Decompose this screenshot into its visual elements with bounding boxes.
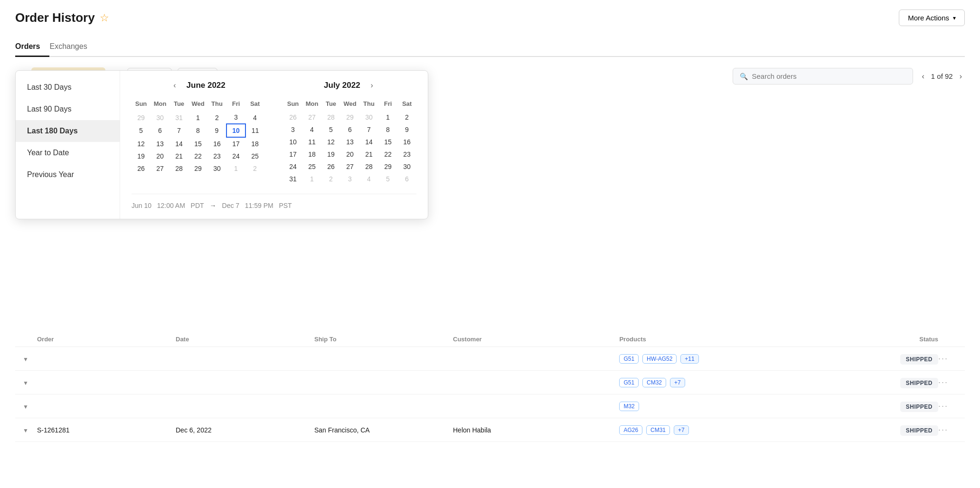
cal-day[interactable]: 24 — [283, 160, 302, 173]
cal-day[interactable]: 31 — [170, 111, 188, 124]
cal-day[interactable]: 30 — [207, 162, 226, 175]
prev-page-button[interactable]: ‹ — [919, 71, 927, 82]
cal-day[interactable]: 23 — [397, 148, 416, 160]
cal-day[interactable]: 6 — [340, 123, 359, 136]
product-badge-more[interactable]: +7 — [670, 378, 685, 387]
cal-day[interactable]: 24 — [226, 150, 245, 162]
cal-day[interactable]: 12 — [321, 136, 340, 148]
cal-day[interactable]: 3 — [226, 111, 245, 124]
cal-day[interactable]: 8 — [378, 123, 397, 136]
cal-day[interactable]: 5 — [321, 123, 340, 136]
cal-day[interactable]: 5 — [378, 173, 397, 185]
cal-day[interactable]: 30 — [151, 111, 170, 124]
date-option-ytd[interactable]: Year to Date — [16, 142, 120, 164]
cal-day[interactable]: 7 — [359, 123, 378, 136]
cal-day[interactable]: 2 — [245, 162, 264, 175]
more-actions-button[interactable]: More Actions ▾ — [899, 9, 965, 26]
cal-day[interactable]: 3 — [340, 173, 359, 185]
row-actions-button[interactable]: ··· — [938, 377, 948, 387]
cal-day[interactable]: 19 — [321, 148, 340, 160]
cal-day[interactable]: 13 — [340, 136, 359, 148]
cal-day[interactable]: 6 — [151, 124, 170, 137]
cal-day[interactable]: 29 — [132, 111, 151, 124]
cal-day[interactable]: 18 — [302, 148, 321, 160]
cal-day[interactable]: 7 — [170, 124, 188, 137]
cal-prev-month-button[interactable]: ‹ — [170, 80, 179, 91]
cal-day[interactable]: 4 — [359, 173, 378, 185]
cal-day[interactable]: 8 — [188, 124, 207, 137]
cal-day[interactable]: 2 — [397, 111, 416, 123]
expand-icon[interactable]: ▼ — [23, 427, 28, 434]
product-badge[interactable]: M32 — [619, 402, 639, 411]
product-badge[interactable]: AG26 — [619, 425, 642, 435]
cal-day[interactable]: 28 — [170, 162, 188, 175]
row-actions-button[interactable]: ··· — [938, 425, 948, 434]
product-badge-more[interactable]: +11 — [680, 354, 698, 364]
cal-day[interactable]: 29 — [340, 111, 359, 123]
cal-day[interactable]: 2 — [207, 111, 226, 124]
cal-day[interactable]: 19 — [132, 150, 151, 162]
cal-day[interactable]: 27 — [340, 160, 359, 173]
product-badge[interactable]: CM32 — [642, 378, 666, 387]
cal-next-month-button[interactable]: › — [368, 80, 376, 91]
product-badge[interactable]: HW-AG52 — [642, 354, 677, 364]
cal-day[interactable]: 16 — [397, 136, 416, 148]
cal-day[interactable]: 15 — [378, 136, 397, 148]
cal-day[interactable]: 26 — [283, 111, 302, 123]
date-option-prevyear[interactable]: Previous Year — [16, 164, 120, 186]
cal-day[interactable]: 27 — [151, 162, 170, 175]
cal-day[interactable]: 9 — [397, 123, 416, 136]
date-option-last30[interactable]: Last 30 Days — [16, 76, 120, 98]
cal-day[interactable]: 21 — [170, 150, 188, 162]
cal-day[interactable]: 5 — [132, 124, 151, 137]
expand-icon[interactable]: ▼ — [23, 404, 28, 410]
search-input[interactable] — [752, 72, 906, 80]
cal-day[interactable]: 16 — [207, 137, 226, 150]
cal-day[interactable]: 25 — [302, 160, 321, 173]
cal-day[interactable]: 26 — [321, 160, 340, 173]
tab-orders[interactable]: Orders — [15, 38, 49, 57]
cal-day[interactable]: 1 — [302, 173, 321, 185]
cal-day[interactable]: 30 — [359, 111, 378, 123]
expand-icon[interactable]: ▼ — [23, 380, 28, 386]
date-option-last180[interactable]: Last 180 Days — [16, 120, 120, 142]
next-page-button[interactable]: › — [957, 71, 965, 82]
row-actions-button[interactable]: ··· — [938, 401, 948, 411]
cal-day[interactable]: 28 — [359, 160, 378, 173]
cal-day[interactable]: 23 — [207, 150, 226, 162]
cal-day[interactable]: 31 — [283, 173, 302, 185]
cal-day[interactable]: 26 — [132, 162, 151, 175]
cal-day[interactable]: 20 — [340, 148, 359, 160]
expand-icon[interactable]: ▼ — [23, 356, 28, 363]
cal-day[interactable]: 25 — [245, 150, 264, 162]
cal-day[interactable]: 29 — [378, 160, 397, 173]
cal-day[interactable]: 10 — [283, 136, 302, 148]
cal-day-today[interactable]: 10 — [226, 124, 245, 137]
cal-day[interactable]: 12 — [132, 137, 151, 150]
cal-day[interactable]: 28 — [321, 111, 340, 123]
cal-day[interactable]: 4 — [245, 111, 264, 124]
product-badge[interactable]: G51 — [619, 354, 639, 364]
cal-day[interactable]: 9 — [207, 124, 226, 137]
cal-day[interactable]: 22 — [188, 150, 207, 162]
cal-day[interactable]: 14 — [170, 137, 188, 150]
cal-day[interactable]: 3 — [283, 123, 302, 136]
cal-day[interactable]: 27 — [302, 111, 321, 123]
cal-day[interactable]: 15 — [188, 137, 207, 150]
cal-day[interactable]: 11 — [245, 124, 264, 137]
cal-day[interactable]: 6 — [397, 173, 416, 185]
date-option-last90[interactable]: Last 90 Days — [16, 98, 120, 120]
cal-day[interactable]: 4 — [302, 123, 321, 136]
cal-day[interactable]: 1 — [378, 111, 397, 123]
cal-day[interactable]: 11 — [302, 136, 321, 148]
product-badge[interactable]: CM31 — [646, 425, 670, 435]
cal-day[interactable]: 1 — [188, 111, 207, 124]
favorite-star-icon[interactable]: ☆ — [100, 12, 109, 24]
cal-day[interactable]: 21 — [359, 148, 378, 160]
cal-day[interactable]: 2 — [321, 173, 340, 185]
cal-day[interactable]: 20 — [151, 150, 170, 162]
product-badge[interactable]: G51 — [619, 378, 639, 387]
row-actions-button[interactable]: ··· — [938, 354, 948, 363]
tab-exchanges[interactable]: Exchanges — [49, 38, 96, 57]
cal-day[interactable]: 29 — [188, 162, 207, 175]
